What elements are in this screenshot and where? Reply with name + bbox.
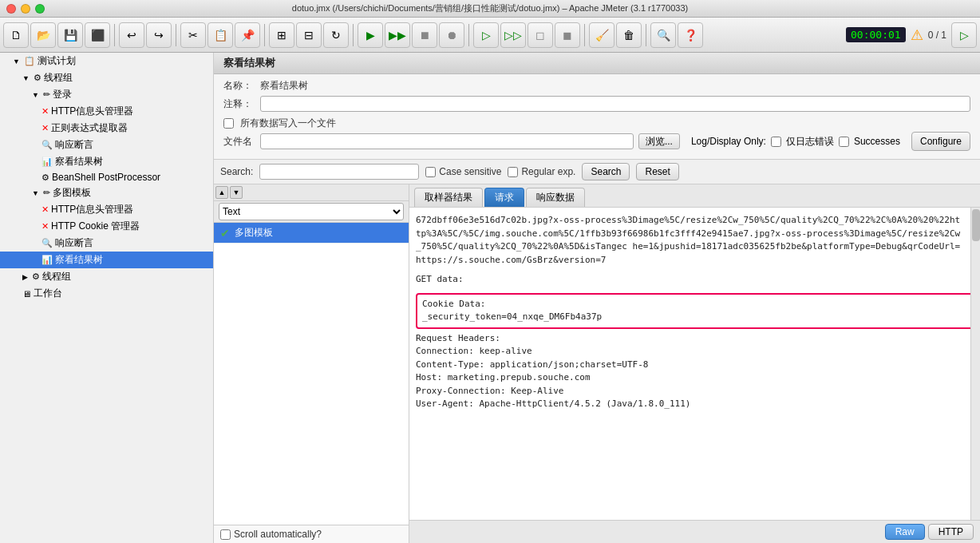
cookie-box: Cookie Data: _security_token=04_nxqe_DM6… — [416, 293, 974, 329]
copy-button[interactable]: 📋 — [207, 22, 233, 48]
list-down-btn[interactable]: ▼ — [230, 186, 243, 199]
search-bar: Search: Case sensitive Regular exp. Sear… — [214, 160, 980, 184]
main-layout: ▼ 📋 测试计划 ▼ ⚙ 线程组 ▼ ✏ 登录 ✕ HTTP信息头管理器 ✕ 正… — [0, 53, 980, 543]
tab-response-data[interactable]: 响应数据 — [526, 188, 585, 207]
search-input[interactable] — [259, 164, 419, 180]
revert-button[interactable]: ↻ — [323, 22, 349, 48]
sidebar-label-beanshell: BeanShell PostProcessor — [52, 172, 160, 183]
sidebar-item-http-header2[interactable]: ✕ HTTP信息头管理器 — [0, 201, 213, 218]
view-type-select[interactable]: Text HTML JSON XML Regexp Tester — [219, 203, 404, 220]
name-label: 名称： — [223, 79, 255, 93]
header-content-type: Content-Type: application/json;charset=U… — [416, 359, 974, 372]
save-button[interactable]: 💾 — [57, 22, 83, 48]
success-checkbox[interactable] — [839, 137, 849, 147]
case-sensitive-label: Case sensitive — [439, 166, 501, 177]
tab-sampler-result[interactable]: 取样器结果 — [414, 188, 483, 207]
remote-stop-all-button[interactable]: ◼ — [555, 22, 580, 48]
http-header-icon: ✕ — [41, 106, 49, 117]
close-button[interactable] — [6, 4, 16, 14]
split-panel: ▲ ▼ Text HTML JSON XML Regexp Tester ✔ — [214, 184, 980, 543]
remote-run-button[interactable]: ▷ — [473, 22, 499, 48]
warning-icon: ⚠ — [911, 26, 923, 44]
cut-button[interactable]: ✂ — [180, 22, 206, 48]
record-button[interactable]: ⬛ — [85, 22, 110, 48]
maximize-button[interactable] — [35, 4, 45, 14]
help-button[interactable]: ❓ — [678, 22, 703, 48]
arrow-icon: ▼ — [32, 189, 39, 197]
regex-group: Regular exp. — [508, 166, 575, 177]
sidebar-item-cookie[interactable]: ✕ HTTP Cookie 管理器 — [0, 218, 213, 235]
list-item-label: 多图模板 — [235, 226, 273, 240]
sidebar-item-testplan[interactable]: ▼ 📋 测试计划 — [0, 53, 213, 69]
clear-button[interactable]: 🧹 — [589, 22, 614, 48]
expand-button[interactable]: ⊞ — [269, 22, 294, 48]
search-icon-btn[interactable]: 🔍 — [650, 22, 676, 48]
regex-checkbox[interactable] — [508, 167, 518, 177]
sidebar-item-regex-extractor[interactable]: ✕ 正则表达式提取器 — [0, 120, 213, 137]
browse-button[interactable]: 浏览... — [638, 133, 680, 149]
file-row: 文件名 浏览... Log/Display Only: 仅日志错误 Succes… — [223, 132, 970, 151]
vertical-scrollbar[interactable] — [970, 208, 980, 520]
paste-button[interactable]: 📌 — [235, 22, 260, 48]
status-success-icon: ✔ — [220, 227, 230, 240]
remote-all-button[interactable]: ▷▷ — [500, 22, 526, 48]
undo-button[interactable]: ↩ — [119, 22, 144, 48]
request-headers-label: Request Headers: — [416, 332, 974, 346]
open-button[interactable]: 📂 — [30, 22, 56, 48]
remote-stop-button[interactable]: ◻ — [528, 22, 553, 48]
run-button[interactable]: ▶ — [358, 22, 383, 48]
scroll-auto-checkbox[interactable] — [220, 529, 231, 540]
stop-now-button[interactable]: ⏺ — [439, 22, 464, 48]
sidebar-item-workbench[interactable]: 🖥 工作台 — [0, 285, 213, 302]
sidebar-item-beanshell[interactable]: ⚙ BeanShell PostProcessor — [0, 170, 213, 184]
redo-button[interactable]: ↪ — [146, 22, 172, 48]
case-sensitive-group: Case sensitive — [425, 166, 501, 177]
sidebar-item-result-tree1[interactable]: 📊 察看结果树 — [0, 153, 213, 170]
sidebar-item-threadgroup1[interactable]: ▼ ⚙ 线程组 — [0, 69, 213, 86]
sep7 — [646, 24, 646, 46]
run-nopause-button[interactable]: ▶▶ — [385, 22, 410, 48]
sidebar-item-login[interactable]: ▼ ✏ 登录 — [0, 86, 213, 103]
reset-button[interactable]: Reset — [636, 163, 678, 180]
filename-input[interactable] — [260, 133, 634, 149]
cookie-value: _security_token=04_nxqe_DM6Fb4a37p — [422, 311, 967, 324]
list-up-btn[interactable]: ▲ — [215, 186, 228, 199]
scrollbar-thumb[interactable] — [972, 209, 980, 241]
name-row: 名称： 察看结果树 — [223, 79, 970, 93]
login-icon: ✏ — [43, 89, 50, 100]
sidebar-label-regex: 正则表达式提取器 — [51, 121, 128, 135]
minimize-button[interactable] — [21, 4, 30, 14]
sidebar-item-assertion2[interactable]: 🔍 响应断言 — [0, 235, 213, 252]
new-button[interactable]: 🗋 — [3, 22, 29, 48]
stop-button[interactable]: ⏹ — [412, 22, 437, 48]
sidebar-label-login: 登录 — [53, 88, 72, 101]
sidebar-item-multi[interactable]: ▼ ✏ 多图模板 — [0, 184, 213, 201]
header-connection: Connection: keep-alive — [416, 345, 974, 359]
write-file-checkbox[interactable] — [223, 118, 234, 129]
cookie-label: Cookie Data: — [422, 298, 967, 311]
detail-content: 672dbff06e3e516d7c02b.jpg?x-oss-process%… — [409, 208, 980, 520]
detail-footer: Raw HTTP — [409, 520, 980, 543]
beanshell-icon: ⚙ — [41, 172, 49, 183]
case-sensitive-checkbox[interactable] — [425, 167, 436, 177]
run-remote-button2[interactable]: ▷ — [951, 22, 977, 48]
raw-button[interactable]: Raw — [885, 524, 925, 540]
sidebar-item-http-header1[interactable]: ✕ HTTP信息头管理器 — [0, 103, 213, 120]
sidebar-item-assertion1[interactable]: 🔍 响应断言 — [0, 137, 213, 153]
search-button[interactable]: Search — [582, 163, 630, 180]
name-value: 察看结果树 — [260, 79, 308, 93]
sidebar-item-result-tree2[interactable]: 📊 察看结果树 — [0, 252, 213, 268]
configure-button[interactable]: Configure — [911, 132, 970, 151]
sidebar-label-testplan: 测试计划 — [38, 54, 76, 68]
tab-request[interactable]: 请求 — [484, 188, 524, 207]
counter-display: 0 / 1 — [928, 30, 946, 41]
sidebar-item-threadgroup2[interactable]: ▶ ⚙ 线程组 — [0, 268, 213, 285]
remove-button[interactable]: ⊟ — [296, 22, 322, 48]
clear-all-button[interactable]: 🗑 — [616, 22, 642, 48]
list-item[interactable]: ✔ 多图模板 — [214, 223, 409, 244]
error-log-checkbox[interactable] — [771, 137, 781, 147]
write-file-label: 所有数据写入一个文件 — [240, 117, 336, 130]
comment-input[interactable] — [260, 96, 970, 112]
http-button[interactable]: HTTP — [928, 524, 974, 540]
sidebar: ▼ 📋 测试计划 ▼ ⚙ 线程组 ▼ ✏ 登录 ✕ HTTP信息头管理器 ✕ 正… — [0, 53, 214, 543]
